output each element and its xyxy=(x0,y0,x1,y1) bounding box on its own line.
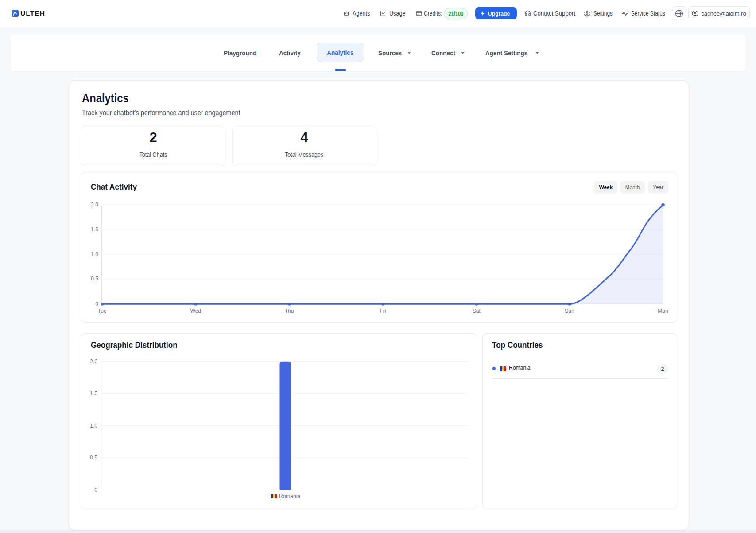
svg-text:Thu: Thu xyxy=(285,308,294,314)
svg-text:Sat: Sat xyxy=(473,308,481,314)
svg-text:2.0: 2.0 xyxy=(91,202,98,208)
svg-text:Wed: Wed xyxy=(190,308,201,314)
svg-text:1.0: 1.0 xyxy=(90,423,97,429)
svg-text:Mon: Mon xyxy=(658,308,668,314)
svg-text:Sun: Sun xyxy=(565,308,574,314)
svg-text:Fri: Fri xyxy=(380,308,386,314)
svg-text:1.5: 1.5 xyxy=(91,226,98,233)
svg-text:Romania: Romania xyxy=(279,493,300,499)
svg-text:1.5: 1.5 xyxy=(90,390,97,397)
svg-text:0: 0 xyxy=(95,301,98,307)
svg-text:1.0: 1.0 xyxy=(91,251,98,257)
svg-text:0.5: 0.5 xyxy=(90,455,97,461)
svg-text:Tue: Tue xyxy=(97,308,107,314)
svg-text:2.0: 2.0 xyxy=(90,358,97,365)
svg-text:0.5: 0.5 xyxy=(91,276,98,282)
svg-text:0: 0 xyxy=(94,487,97,493)
